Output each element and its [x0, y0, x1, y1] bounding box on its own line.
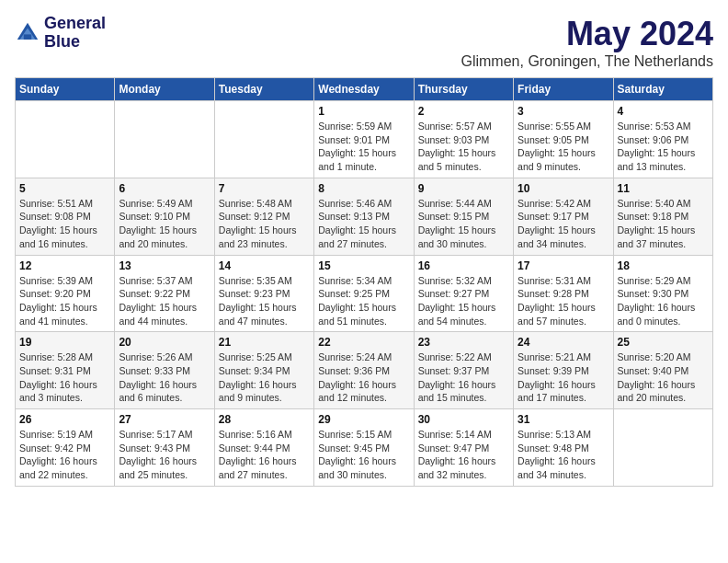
day-number: 29: [318, 413, 409, 426]
calendar-cell: 28Sunrise: 5:16 AM Sunset: 9:44 PM Dayli…: [214, 409, 313, 487]
day-info: Sunrise: 5:19 AM Sunset: 9:42 PM Dayligh…: [19, 428, 110, 482]
day-number: 15: [318, 259, 409, 272]
day-number: 7: [219, 182, 310, 195]
day-number: 3: [518, 105, 609, 118]
day-number: 26: [19, 413, 110, 426]
calendar-cell: 31Sunrise: 5:13 AM Sunset: 9:48 PM Dayli…: [514, 409, 613, 487]
day-info: Sunrise: 5:20 AM Sunset: 9:40 PM Dayligh…: [618, 350, 709, 405]
day-number: 5: [19, 182, 110, 195]
day-info: Sunrise: 5:21 AM Sunset: 9:39 PM Dayligh…: [518, 350, 609, 405]
calendar-cell: 12Sunrise: 5:39 AM Sunset: 9:20 PM Dayli…: [16, 255, 115, 332]
day-info: Sunrise: 5:39 AM Sunset: 9:20 PM Dayligh…: [19, 274, 110, 328]
calendar-cell: 8Sunrise: 5:46 AM Sunset: 9:13 PM Daylig…: [314, 178, 414, 255]
page-header: General Blue May 2024 Glimmen, Groningen…: [15, 15, 713, 70]
calendar-cell: 10Sunrise: 5:42 AM Sunset: 9:17 PM Dayli…: [514, 178, 613, 255]
day-info: Sunrise: 5:34 AM Sunset: 9:25 PM Dayligh…: [318, 274, 409, 328]
calendar-week-row-1: 1Sunrise: 5:59 AM Sunset: 9:01 PM Daylig…: [16, 101, 713, 178]
day-info: Sunrise: 5:51 AM Sunset: 9:08 PM Dayligh…: [19, 197, 110, 251]
calendar-table: SundayMondayTuesdayWednesdayThursdayFrid…: [15, 77, 713, 487]
calendar-week-row-2: 5Sunrise: 5:51 AM Sunset: 9:08 PM Daylig…: [16, 178, 713, 255]
day-info: Sunrise: 5:32 AM Sunset: 9:27 PM Dayligh…: [418, 274, 509, 328]
calendar-cell: [613, 409, 712, 487]
calendar-header-saturday: Saturday: [613, 78, 712, 101]
day-number: 27: [119, 413, 210, 426]
day-number: 22: [318, 336, 409, 349]
day-info: Sunrise: 5:46 AM Sunset: 9:13 PM Dayligh…: [318, 197, 409, 251]
day-number: 25: [618, 336, 709, 349]
calendar-header-wednesday: Wednesday: [314, 78, 414, 101]
day-number: 14: [219, 259, 310, 272]
day-number: 20: [119, 336, 210, 349]
calendar-cell: 19Sunrise: 5:28 AM Sunset: 9:31 PM Dayli…: [16, 332, 115, 409]
day-number: 10: [518, 182, 609, 195]
day-info: Sunrise: 5:35 AM Sunset: 9:23 PM Dayligh…: [219, 274, 310, 328]
day-info: Sunrise: 5:31 AM Sunset: 9:28 PM Dayligh…: [518, 274, 609, 328]
day-number: 19: [19, 336, 110, 349]
calendar-header-sunday: Sunday: [16, 78, 115, 101]
calendar-cell: 20Sunrise: 5:26 AM Sunset: 9:33 PM Dayli…: [115, 332, 214, 409]
day-number: 18: [618, 259, 709, 272]
calendar-cell: [115, 101, 214, 178]
calendar-cell: 18Sunrise: 5:29 AM Sunset: 9:30 PM Dayli…: [613, 255, 712, 332]
day-number: 11: [618, 182, 709, 195]
day-info: Sunrise: 5:24 AM Sunset: 9:36 PM Dayligh…: [318, 350, 409, 405]
day-number: 9: [418, 182, 509, 195]
calendar-header-monday: Monday: [115, 78, 214, 101]
calendar-cell: 15Sunrise: 5:34 AM Sunset: 9:25 PM Dayli…: [314, 255, 414, 332]
calendar-cell: 4Sunrise: 5:53 AM Sunset: 9:06 PM Daylig…: [613, 101, 712, 178]
calendar-cell: 21Sunrise: 5:25 AM Sunset: 9:34 PM Dayli…: [214, 332, 313, 409]
day-number: 30: [418, 413, 509, 426]
calendar-cell: 7Sunrise: 5:48 AM Sunset: 9:12 PM Daylig…: [214, 178, 313, 255]
day-info: Sunrise: 5:49 AM Sunset: 9:10 PM Dayligh…: [119, 197, 210, 251]
day-number: 13: [119, 259, 210, 272]
calendar-cell: 29Sunrise: 5:15 AM Sunset: 9:45 PM Dayli…: [314, 409, 414, 487]
day-info: Sunrise: 5:13 AM Sunset: 9:48 PM Dayligh…: [518, 428, 609, 482]
calendar-cell: 9Sunrise: 5:44 AM Sunset: 9:15 PM Daylig…: [414, 178, 513, 255]
logo-text: General Blue: [44, 15, 106, 52]
calendar-cell: 17Sunrise: 5:31 AM Sunset: 9:28 PM Dayli…: [514, 255, 613, 332]
day-info: Sunrise: 5:44 AM Sunset: 9:15 PM Dayligh…: [418, 197, 509, 251]
calendar-cell: 25Sunrise: 5:20 AM Sunset: 9:40 PM Dayli…: [613, 332, 712, 409]
location-title: Glimmen, Groningen, The Netherlands: [461, 53, 713, 70]
calendar-cell: 23Sunrise: 5:22 AM Sunset: 9:37 PM Dayli…: [414, 332, 513, 409]
day-info: Sunrise: 5:53 AM Sunset: 9:06 PM Dayligh…: [618, 120, 709, 174]
month-title: May 2024: [461, 15, 713, 53]
logo: General Blue: [15, 15, 106, 52]
calendar-header-friday: Friday: [514, 78, 613, 101]
calendar-cell: 22Sunrise: 5:24 AM Sunset: 9:36 PM Dayli…: [314, 332, 414, 409]
day-number: 16: [418, 259, 509, 272]
day-number: 6: [119, 182, 210, 195]
day-info: Sunrise: 5:26 AM Sunset: 9:33 PM Dayligh…: [119, 350, 210, 405]
day-number: 23: [418, 336, 509, 349]
day-info: Sunrise: 5:14 AM Sunset: 9:47 PM Dayligh…: [418, 428, 509, 482]
svg-rect-2: [24, 34, 31, 40]
calendar-cell: 30Sunrise: 5:14 AM Sunset: 9:47 PM Dayli…: [414, 409, 513, 487]
day-info: Sunrise: 5:25 AM Sunset: 9:34 PM Dayligh…: [219, 350, 310, 405]
day-info: Sunrise: 5:48 AM Sunset: 9:12 PM Dayligh…: [219, 197, 310, 251]
calendar-week-row-5: 26Sunrise: 5:19 AM Sunset: 9:42 PM Dayli…: [16, 409, 713, 487]
day-number: 28: [219, 413, 310, 426]
day-number: 4: [618, 105, 709, 118]
calendar-cell: 13Sunrise: 5:37 AM Sunset: 9:22 PM Dayli…: [115, 255, 214, 332]
calendar-cell: 11Sunrise: 5:40 AM Sunset: 9:18 PM Dayli…: [613, 178, 712, 255]
calendar-cell: [16, 101, 115, 178]
day-info: Sunrise: 5:59 AM Sunset: 9:01 PM Dayligh…: [318, 120, 409, 174]
calendar-week-row-3: 12Sunrise: 5:39 AM Sunset: 9:20 PM Dayli…: [16, 255, 713, 332]
day-info: Sunrise: 5:15 AM Sunset: 9:45 PM Dayligh…: [318, 428, 409, 482]
day-number: 21: [219, 336, 310, 349]
day-number: 12: [19, 259, 110, 272]
day-number: 8: [318, 182, 409, 195]
day-number: 24: [518, 336, 609, 349]
day-info: Sunrise: 5:57 AM Sunset: 9:03 PM Dayligh…: [418, 120, 509, 174]
day-info: Sunrise: 5:17 AM Sunset: 9:43 PM Dayligh…: [119, 428, 210, 482]
calendar-cell: 26Sunrise: 5:19 AM Sunset: 9:42 PM Dayli…: [16, 409, 115, 487]
calendar-header-tuesday: Tuesday: [214, 78, 313, 101]
day-number: 31: [518, 413, 609, 426]
day-info: Sunrise: 5:22 AM Sunset: 9:37 PM Dayligh…: [418, 350, 509, 405]
title-section: May 2024 Glimmen, Groningen, The Netherl…: [461, 15, 713, 70]
calendar-week-row-4: 19Sunrise: 5:28 AM Sunset: 9:31 PM Dayli…: [16, 332, 713, 409]
calendar-cell: 5Sunrise: 5:51 AM Sunset: 9:08 PM Daylig…: [16, 178, 115, 255]
calendar-cell: 16Sunrise: 5:32 AM Sunset: 9:27 PM Dayli…: [414, 255, 513, 332]
day-info: Sunrise: 5:29 AM Sunset: 9:30 PM Dayligh…: [618, 274, 709, 328]
calendar-cell: 14Sunrise: 5:35 AM Sunset: 9:23 PM Dayli…: [214, 255, 313, 332]
